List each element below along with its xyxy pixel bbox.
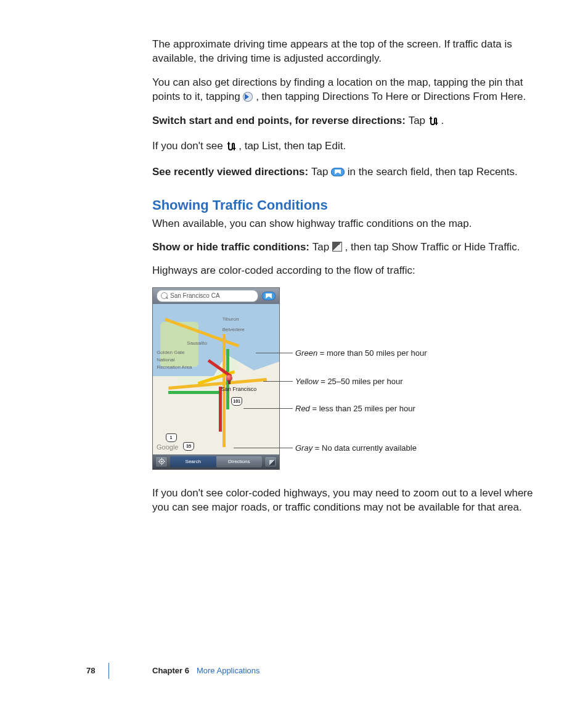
legend-color: Yellow [295, 377, 319, 386]
chapter-title: More Applications [197, 666, 260, 675]
map-label: Recreation Area [157, 364, 192, 371]
legend-text: = 25–50 miles per hour [319, 377, 403, 386]
instruction-label: See recently viewed directions: [152, 166, 311, 178]
legend-text: = No data currently available [312, 443, 417, 453]
instruction: See recently viewed directions: Tap in t… [152, 165, 541, 179]
map-canvas: Tiburon Belvedere Sausalito Golden Gate … [153, 304, 279, 454]
legend-color: Green [295, 348, 317, 358]
page-footer: 78 Chapter 6More Applications [0, 663, 588, 681]
text: Tap [311, 166, 331, 178]
swap-route-icon [226, 141, 236, 155]
search-icon [161, 292, 168, 299]
body-paragraph: Highways are color-coded according to th… [152, 263, 541, 277]
route-shield: 1 [166, 433, 177, 442]
google-attribution: Google [157, 443, 178, 452]
route-shield: 35 [183, 442, 194, 451]
route-shield: 101 [231, 397, 242, 406]
map-labels: Tiburon Belvedere Sausalito Golden Gate … [153, 304, 279, 454]
text: , then tapping Directions To Here or Dir… [256, 91, 526, 102]
body-paragraph: The approximate driving time appears at … [152, 37, 541, 66]
callout-leader [263, 381, 293, 382]
callout-leader [243, 408, 293, 409]
page-content: The approximate driving time appears at … [152, 37, 541, 524]
legend-text: = less than 25 miles per hour [310, 404, 415, 413]
page-curl-button[interactable] [264, 456, 277, 467]
map-label: Tiburon [223, 316, 239, 322]
traffic-figure: San Francisco CA Tiburon Belvedere Sausa… [152, 287, 541, 472]
legend-color: Gray [295, 443, 312, 453]
legend-text: = more than 50 miles per hour [317, 348, 427, 358]
chapter-label: Chapter 6 [152, 666, 189, 675]
legend-gray: Gray = No data currently available [295, 443, 417, 454]
callout-leader [234, 448, 293, 448]
callout-leader [256, 353, 293, 353]
segment-directions[interactable]: Directions [216, 456, 263, 467]
map-label: National [157, 356, 174, 363]
page-number: 78 [86, 665, 95, 676]
footer-rule [108, 663, 109, 679]
svg-point-1 [161, 461, 163, 463]
map-label: Belvedere [223, 326, 245, 333]
text: , tap List, then tap Edit. [239, 140, 346, 152]
legend-red: Red = less than 25 miles per hour [295, 403, 415, 414]
instruction-label: Switch start and end points, for reverse… [152, 115, 409, 126]
segment-search[interactable]: Search [170, 456, 216, 467]
bookmarks-icon[interactable] [262, 292, 276, 300]
search-value: San Francisco CA [170, 292, 220, 300]
section-heading: Showing Traffic Conditions [152, 196, 541, 215]
instruction: Show or hide traffic conditions: Tap , t… [152, 240, 541, 254]
legend-color: Red [295, 404, 310, 413]
locate-me-button[interactable] [155, 456, 168, 467]
text: Tap [312, 241, 332, 253]
swap-route-icon [428, 115, 438, 129]
text: in the search field, then tap Recents. [348, 166, 518, 178]
phone-screenshot: San Francisco CA Tiburon Belvedere Sausa… [152, 287, 280, 470]
legend-yellow: Yellow = 25–50 miles per hour [295, 376, 403, 387]
body-paragraph: When available, you can show highway tra… [152, 216, 541, 231]
map-search-bar: San Francisco CA [153, 288, 279, 304]
instruction-label: Show or hide traffic conditions: [152, 241, 312, 253]
body-paragraph: If you don't see color-coded highways, y… [152, 486, 541, 515]
text: Tap [409, 115, 428, 126]
directions-arrow-icon [243, 92, 253, 102]
text: , then tap Show Traffic or Hide Traffic. [345, 241, 520, 253]
text: If you don't see [152, 140, 226, 152]
search-directions-toggle[interactable]: Search Directions [170, 456, 262, 467]
body-paragraph: If you don't see , tap List, then tap Ed… [152, 139, 541, 155]
chapter-reference: Chapter 6More Applications [152, 665, 260, 676]
bookmarks-icon [331, 168, 345, 176]
map-label: Sausalito [187, 340, 207, 347]
legend-green: Green = more than 50 miles per hour [295, 348, 427, 359]
city-label: San Francisco [221, 385, 257, 393]
text: . [441, 115, 444, 126]
page-curl-icon [332, 242, 342, 252]
map-search-field[interactable]: San Francisco CA [157, 290, 258, 302]
body-paragraph: You can also get directions by finding a… [152, 75, 541, 104]
instruction: Switch start and end points, for reverse… [152, 113, 541, 129]
map-label: Golden Gate [157, 349, 184, 356]
map-toolbar: Search Directions [153, 454, 279, 469]
